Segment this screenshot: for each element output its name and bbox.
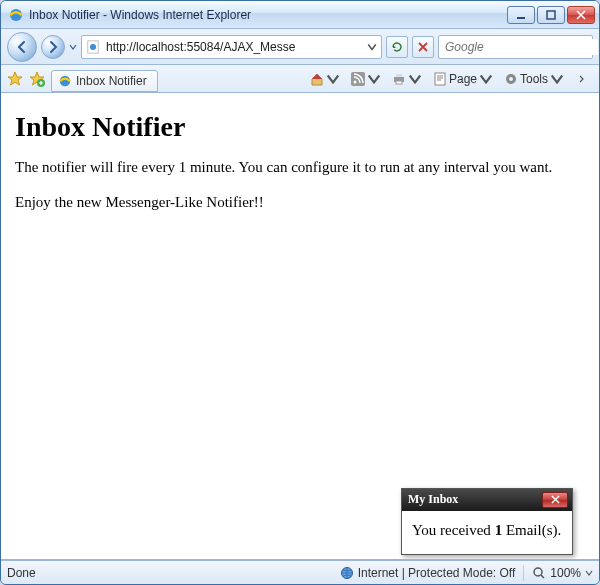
page-text-2: Enjoy the new Messenger-Like Notifier!! — [15, 194, 585, 211]
ie-icon — [8, 7, 24, 23]
svg-rect-1 — [517, 17, 525, 19]
chevron-down-icon — [326, 72, 340, 86]
nav-row — [1, 29, 599, 65]
page-icon — [86, 40, 100, 54]
chevron-right-icon — [575, 72, 589, 86]
favorites-icon[interactable] — [7, 71, 23, 87]
notifier-popup: My Inbox You received 1 Email(s). — [401, 488, 573, 556]
chevron-down-icon — [550, 72, 564, 86]
feeds-button[interactable] — [347, 68, 385, 90]
maximize-button[interactable] — [537, 6, 565, 24]
svg-rect-12 — [396, 81, 402, 84]
svg-point-4 — [90, 43, 96, 49]
nav-history-dropdown[interactable] — [69, 43, 77, 51]
search-box[interactable] — [438, 35, 593, 59]
address-dropdown-icon[interactable] — [367, 42, 377, 52]
notifier-count: 1 — [495, 522, 503, 538]
svg-rect-13 — [435, 73, 445, 85]
status-sep — [523, 565, 524, 581]
print-button[interactable] — [388, 68, 426, 90]
tools-label: Tools — [520, 72, 548, 86]
tab[interactable]: Inbox Notifier — [51, 70, 158, 92]
ie-window: Inbox Notifier - Windows Internet Explor… — [0, 0, 600, 585]
command-bar: Page Tools — [306, 68, 593, 90]
chevron-down-icon — [367, 72, 381, 86]
chevron-down-icon — [408, 72, 422, 86]
refresh-button[interactable] — [386, 36, 408, 58]
tab-label: Inbox Notifier — [76, 74, 147, 88]
notifier-body: You received 1 Email(s). — [402, 511, 572, 555]
tools-overflow[interactable] — [571, 68, 593, 90]
status-state-text: Done — [7, 566, 36, 580]
notifier-title-text: My Inbox — [406, 492, 542, 507]
status-zone-text: Internet | Protected Mode: Off — [358, 566, 516, 580]
chevron-down-icon — [479, 72, 493, 86]
globe-icon — [340, 566, 354, 580]
home-icon — [310, 72, 324, 86]
svg-point-9 — [353, 80, 356, 83]
svg-rect-2 — [547, 11, 555, 19]
notifier-suffix: Email(s). — [502, 522, 561, 538]
chevron-down-icon — [585, 569, 593, 577]
notifier-close-button[interactable] — [542, 492, 568, 508]
page-heading: Inbox Notifier — [15, 111, 585, 143]
zoom-icon — [532, 566, 546, 580]
page-icon — [433, 72, 447, 86]
svg-point-17 — [534, 568, 542, 576]
close-icon — [551, 495, 560, 504]
tools-menu[interactable]: Tools — [500, 68, 568, 90]
zoom-control[interactable]: 100% — [532, 566, 593, 580]
rss-icon — [351, 72, 365, 86]
stop-button[interactable] — [412, 36, 434, 58]
forward-button[interactable] — [41, 35, 65, 59]
notifier-titlebar[interactable]: My Inbox — [402, 489, 572, 511]
ie-icon — [58, 74, 72, 88]
fav-row: Inbox Notifier Page Tools — [1, 65, 599, 93]
minimize-button[interactable] — [507, 6, 535, 24]
add-favorite-icon[interactable] — [29, 71, 45, 87]
zoom-value: 100% — [550, 566, 581, 580]
search-input[interactable] — [443, 39, 598, 55]
svg-rect-11 — [396, 74, 402, 77]
page-menu[interactable]: Page — [429, 68, 497, 90]
printer-icon — [392, 72, 406, 86]
close-button[interactable] — [567, 6, 595, 24]
url-input[interactable] — [104, 38, 363, 56]
back-button[interactable] — [7, 32, 37, 62]
page-label: Page — [449, 72, 477, 86]
status-state: Done — [7, 566, 36, 580]
gear-icon — [504, 72, 518, 86]
titlebar: Inbox Notifier - Windows Internet Explor… — [1, 1, 599, 29]
page-text-1: The notifier will fire every 1 minute. Y… — [15, 159, 585, 176]
content-area: Inbox Notifier The notifier will fire ev… — [1, 93, 599, 560]
home-button[interactable] — [306, 68, 344, 90]
notifier-prefix: You received — [412, 522, 495, 538]
window-buttons — [507, 6, 595, 24]
window-title: Inbox Notifier - Windows Internet Explor… — [29, 8, 507, 22]
status-bar: Done Internet | Protected Mode: Off 100% — [1, 560, 599, 584]
svg-point-15 — [509, 77, 513, 81]
status-zone: Internet | Protected Mode: Off — [340, 566, 516, 580]
address-bar[interactable] — [81, 35, 382, 59]
